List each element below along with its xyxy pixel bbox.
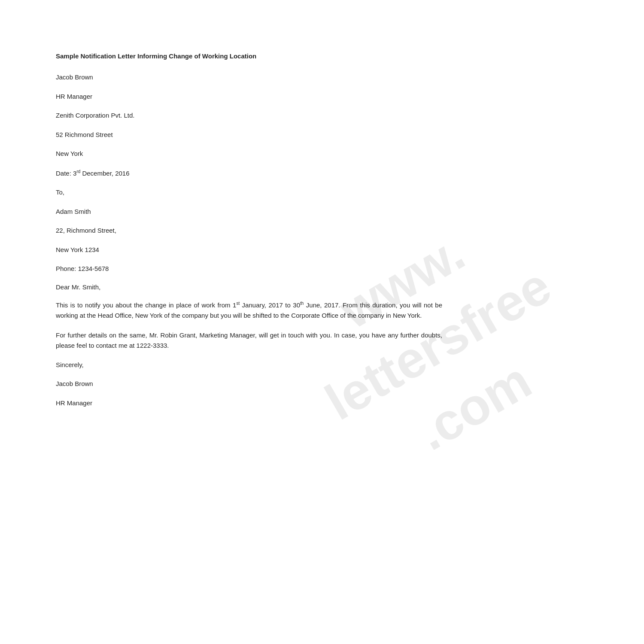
sender-city: New York bbox=[56, 149, 442, 159]
closing-role: HR Manager bbox=[56, 398, 442, 408]
date-rest: December, 2016 bbox=[80, 170, 129, 177]
phone-label: Phone: bbox=[56, 265, 78, 272]
letter-date: Date: 3rd December, 2016 bbox=[56, 168, 442, 179]
body-paragraph-1: This is to notify you about the change i… bbox=[56, 300, 442, 321]
recipient-name: Adam Smith bbox=[56, 207, 442, 217]
body-paragraph-2: For further details on the same, Mr. Rob… bbox=[56, 330, 442, 351]
closing-name: Jacob Brown bbox=[56, 379, 442, 389]
sender-role: HR Manager bbox=[56, 92, 442, 102]
sender-street: 52 Richmond Street bbox=[56, 130, 442, 140]
recipient-city-zip: New York 1234 bbox=[56, 245, 442, 255]
letter-greeting: Dear Mr. Smith, bbox=[56, 283, 442, 291]
recipient-phone: Phone: 1234-5678 bbox=[56, 264, 442, 274]
recipient-street: 22, Richmond Street, bbox=[56, 226, 442, 236]
page: www.lettersfree.com Sample Notification … bbox=[0, 0, 644, 644]
phone-number: 1234-5678 bbox=[78, 265, 109, 272]
sender-name: Jacob Brown bbox=[56, 73, 442, 82]
sender-company: Zenith Corporation Pvt. Ltd. bbox=[56, 111, 442, 121]
letter-title: Sample Notification Letter Informing Cha… bbox=[56, 52, 442, 61]
letter-content: Sample Notification Letter Informing Cha… bbox=[56, 52, 442, 408]
closing-salutation: Sincerely, bbox=[56, 360, 442, 370]
date-label: Date: bbox=[56, 170, 73, 177]
date-sup: rd bbox=[76, 169, 80, 174]
to-label: To, bbox=[56, 188, 442, 197]
